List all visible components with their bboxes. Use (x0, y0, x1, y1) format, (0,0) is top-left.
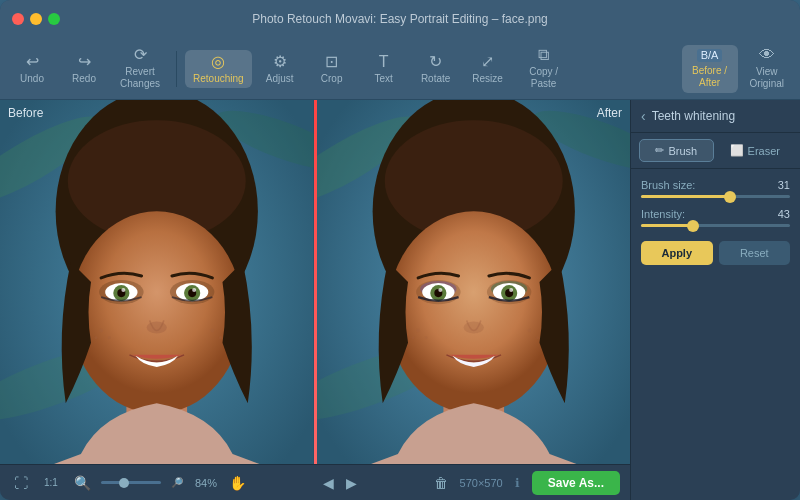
svg-point-18 (147, 321, 167, 333)
svg-point-23 (219, 336, 222, 339)
window-title: Photo Retouch Movavi: Easy Portrait Edit… (252, 12, 548, 26)
copy-paste-icon: ⧉ (538, 47, 549, 63)
apply-button[interactable]: Apply (641, 241, 713, 265)
rotate-button[interactable]: ↻ Rotate (412, 50, 460, 88)
hand-tool-button[interactable]: ✋ (225, 473, 250, 493)
toolbar: ↩ Undo ↪ Redo ⟳ RevertChanges ◎ Retouchi… (0, 38, 800, 100)
trash-icon: 🗑 (434, 475, 448, 491)
text-label: Text (374, 73, 392, 84)
brush-size-label-row: Brush size: 31 (641, 179, 790, 191)
crop-label: Crop (321, 73, 343, 84)
zoom-control: 🔍 🔎 (70, 473, 187, 493)
redo-button[interactable]: ↪ Redo (60, 50, 108, 88)
brush-size-fill (641, 195, 730, 198)
resize-button[interactable]: ⤢ Resize (464, 50, 512, 88)
view-original-label: ViewOriginal (750, 66, 784, 90)
brush-size-thumb[interactable] (724, 191, 736, 203)
resize-icon: ⤢ (481, 54, 494, 70)
undo-label: Undo (20, 73, 44, 84)
brush-tab[interactable]: ✏ Brush (639, 139, 714, 162)
zoom-percent: 84% (195, 477, 217, 489)
eraser-tab[interactable]: ⬜ Eraser (718, 139, 793, 162)
revert-button[interactable]: ⟳ RevertChanges (112, 43, 168, 94)
svg-point-44 (463, 321, 483, 333)
minimize-button[interactable] (30, 13, 42, 25)
image-container (0, 100, 630, 464)
before-after-label: Before /After (692, 65, 727, 89)
actual-size-button[interactable]: 1:1 (40, 475, 62, 490)
fit-button[interactable]: ⛶ (10, 473, 32, 493)
redo-icon: ↪ (78, 54, 91, 70)
before-after-icon: B/A (697, 49, 723, 62)
dimensions: 570×570 (460, 477, 503, 489)
text-icon: T (379, 54, 389, 70)
app-window: Photo Retouch Movavi: Easy Portrait Edit… (0, 0, 800, 500)
svg-point-43 (509, 288, 513, 292)
before-image (0, 100, 314, 464)
rotate-icon: ↻ (429, 54, 442, 70)
traffic-lights (12, 13, 60, 25)
panel-header: ‹ Teeth whitening (631, 100, 800, 133)
text-button[interactable]: T Text (360, 50, 408, 88)
brush-size-row: Brush size: 31 (641, 179, 790, 198)
zoom-thumb[interactable] (119, 478, 129, 488)
info-button[interactable]: ℹ (511, 474, 524, 492)
copy-paste-button[interactable]: ⧉ Copy /Paste (516, 43, 572, 94)
nav-arrows: ◀ ▶ (319, 473, 361, 493)
panel-title: Teeth whitening (652, 109, 735, 123)
brush-size-slider[interactable] (641, 195, 790, 198)
eraser-icon: ⬜ (730, 144, 744, 157)
svg-point-48 (527, 329, 531, 333)
fit-icon: ⛶ (14, 475, 28, 491)
adjust-icon: ⚙ (273, 54, 287, 70)
svg-point-20 (108, 336, 111, 339)
adjust-label: Adjust (266, 73, 294, 84)
adjust-button[interactable]: ⚙ Adjust (256, 50, 304, 88)
before-after-divider[interactable] (314, 100, 317, 464)
brush-size-label: Brush size: (641, 179, 695, 191)
zoom-out-button[interactable]: 🔍 (70, 473, 95, 493)
reset-button[interactable]: Reset (719, 241, 791, 265)
zoom-in-button[interactable]: 🔎 (167, 475, 187, 490)
intensity-thumb[interactable] (687, 220, 699, 232)
intensity-slider[interactable] (641, 224, 790, 227)
view-original-button[interactable]: 👁 ViewOriginal (742, 43, 792, 94)
svg-point-22 (210, 329, 214, 333)
right-panel: ‹ Teeth whitening ✏ Brush ⬜ Eraser Brush… (630, 100, 800, 500)
brush-size-value: 31 (778, 179, 790, 191)
info-icon: ℹ (515, 476, 520, 490)
zoom-out-icon: 🔍 (74, 475, 91, 491)
panel-buttons: Apply Reset (641, 241, 790, 265)
crop-button[interactable]: ⊡ Crop (308, 50, 356, 88)
zoom-slider[interactable] (101, 481, 161, 484)
retouching-button[interactable]: ◎ Retouching (185, 50, 252, 88)
save-as-button[interactable]: Save As... (532, 471, 620, 495)
retouching-icon: ◎ (211, 54, 225, 70)
undo-button[interactable]: ↩ Undo (8, 50, 56, 88)
canvas-area: Before After (0, 100, 630, 500)
brush-tab-label: Brush (668, 145, 697, 157)
intensity-fill (641, 224, 693, 227)
svg-point-16 (121, 288, 125, 292)
resize-label: Resize (472, 73, 503, 84)
next-frame-button[interactable]: ▶ (342, 473, 361, 493)
eye-icon: 👁 (759, 47, 775, 63)
bottom-bar: ⛶ 1:1 🔍 🔎 84% (0, 464, 630, 500)
hand-icon: ✋ (229, 475, 246, 491)
panel-back-button[interactable]: ‹ (641, 108, 646, 124)
maximize-button[interactable] (48, 13, 60, 25)
separator-1 (176, 51, 177, 87)
svg-point-17 (192, 288, 196, 292)
brush-icon: ✏ (655, 144, 664, 157)
svg-point-19 (99, 329, 103, 333)
delete-button[interactable]: 🗑 (430, 473, 452, 493)
svg-point-42 (438, 288, 442, 292)
intensity-label-row: Intensity: 43 (641, 208, 790, 220)
before-after-button[interactable]: B/A Before /After (682, 45, 738, 93)
close-button[interactable] (12, 13, 24, 25)
prev-frame-button[interactable]: ◀ (319, 473, 338, 493)
titlebar: Photo Retouch Movavi: Easy Portrait Edit… (0, 0, 800, 38)
retouching-label: Retouching (193, 73, 244, 84)
svg-point-31 (387, 211, 559, 413)
svg-point-47 (411, 336, 414, 339)
